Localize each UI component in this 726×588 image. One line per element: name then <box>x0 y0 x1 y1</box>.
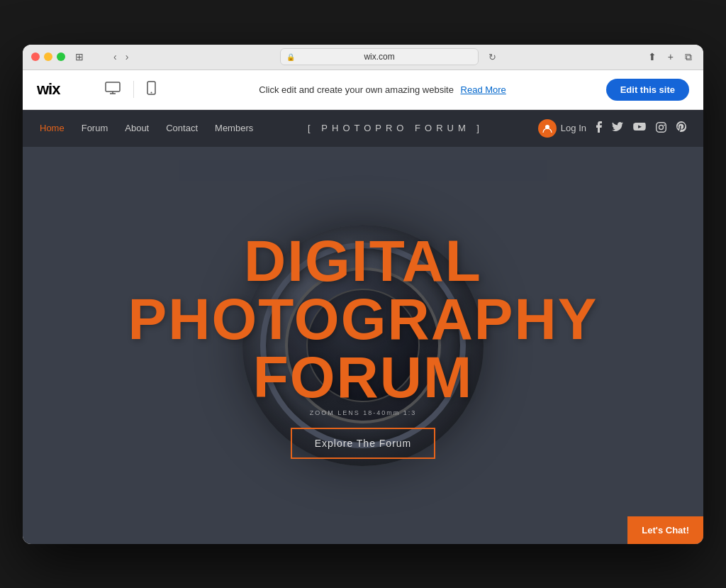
nav-link-members[interactable]: Members <box>215 123 253 133</box>
wix-logo: wix <box>37 80 60 99</box>
hero-title: DIGITAL PHOTOGRAPHY FORUM <box>128 232 598 406</box>
minimize-button[interactable] <box>44 52 52 61</box>
mobile-view-icon[interactable] <box>144 78 159 101</box>
svg-rect-0 <box>106 82 120 91</box>
explore-forum-button[interactable]: Explore The Forum <box>291 428 436 459</box>
new-tab-button[interactable]: + <box>665 50 676 64</box>
user-avatar-icon <box>538 119 557 138</box>
hero-section: ZOOM LENS 18-40mm 1:3 DIGITAL PHOTOGRAPH… <box>23 147 703 544</box>
site-brand-name: [ PHOTOPRO FORUM ] <box>253 123 538 133</box>
nav-link-contact[interactable]: Contact <box>166 123 198 133</box>
device-divider <box>133 81 134 98</box>
url-text: wix.com <box>364 52 394 62</box>
url-bar[interactable]: 🔒 wix.com <box>280 48 479 65</box>
mac-window: ⊞ ‹ › 🔒 wix.com ↻ ⬆ + ⧉ wix <box>23 45 703 544</box>
twitter-icon[interactable] <box>612 122 623 134</box>
window-controls: ⊞ <box>31 51 84 62</box>
mac-titlebar: ⊞ ‹ › 🔒 wix.com ↻ ⬆ + ⧉ <box>23 45 703 70</box>
hero-title-line1: DIGITAL <box>128 232 598 290</box>
edit-site-button[interactable]: Edit this site <box>606 79 689 101</box>
nav-link-home[interactable]: Home <box>40 123 65 133</box>
lens-text: ZOOM LENS 18-40mm 1:3 <box>310 409 417 416</box>
share-button[interactable]: ⬆ <box>645 50 659 64</box>
nav-link-about[interactable]: About <box>125 123 149 133</box>
maximize-button[interactable] <box>57 52 65 61</box>
wix-logo-text: wix <box>37 80 60 98</box>
reload-icon[interactable]: ↻ <box>488 52 496 62</box>
wix-promo-text: Click edit and create your own amazing w… <box>159 84 605 95</box>
hero-title-line2: PHOTOGRAPHY <box>128 290 598 348</box>
read-more-link[interactable]: Read More <box>461 84 506 95</box>
instagram-icon[interactable] <box>656 122 666 135</box>
login-button[interactable]: Log In <box>538 119 586 138</box>
titlebar-center: 🔒 wix.com ↻ <box>137 48 639 65</box>
live-chat-button[interactable]: Let's Chat! <box>627 516 703 544</box>
site-nav-links: Home Forum About Contact Members <box>40 123 253 133</box>
lock-icon: 🔒 <box>286 53 295 61</box>
site-nav-right: Log In <box>538 119 686 138</box>
desktop-view-icon[interactable] <box>102 79 123 101</box>
site-navigation: Home Forum About Contact Members [ PHOTO… <box>23 110 703 147</box>
sidebar-toggle-icon[interactable]: ⊞ <box>75 51 84 62</box>
tabs-button[interactable]: ⧉ <box>682 50 695 65</box>
back-button[interactable]: ‹ <box>111 50 120 64</box>
forward-button[interactable]: › <box>123 50 132 64</box>
nav-arrows: ‹ › <box>111 50 131 64</box>
wix-toolbar: wix Click edit and create your own amazi… <box>23 70 703 110</box>
pinterest-icon[interactable] <box>676 121 686 135</box>
svg-point-4 <box>151 91 152 93</box>
youtube-icon[interactable] <box>633 123 646 134</box>
close-button[interactable] <box>31 52 40 61</box>
titlebar-actions: ⬆ + ⧉ <box>645 50 695 65</box>
hero-title-line3: FORUM <box>128 348 598 406</box>
nav-link-forum[interactable]: Forum <box>82 123 108 133</box>
facebook-icon[interactable] <box>596 121 602 135</box>
login-label: Log In <box>561 123 586 133</box>
device-toggles <box>102 78 159 101</box>
